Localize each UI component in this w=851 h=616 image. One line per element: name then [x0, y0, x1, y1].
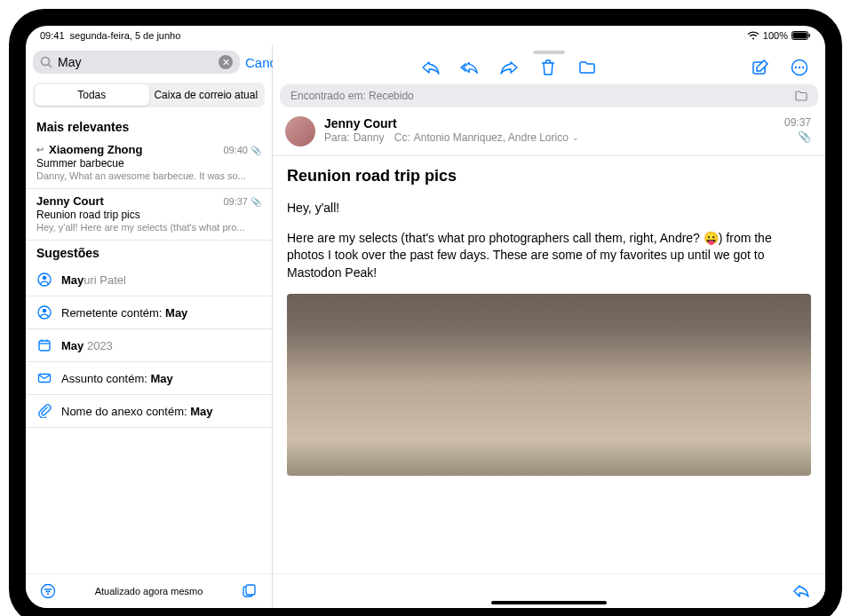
result-preview: Danny, What an awesome barbecue. It was …: [36, 170, 261, 181]
svg-point-23: [799, 67, 800, 68]
svg-rect-2: [809, 34, 811, 37]
battery-icon: [791, 31, 811, 40]
reply-button[interactable]: [421, 58, 441, 77]
suggestion-bold: May: [165, 306, 187, 320]
sender-avatar[interactable]: [285, 116, 315, 146]
trash-button[interactable]: [538, 58, 558, 77]
svg-point-3: [42, 58, 50, 66]
from-name[interactable]: Jenny Court: [324, 116, 775, 130]
result-preview: Hey, y'all! Here are my selects (that's …: [36, 222, 261, 233]
reply-indicator-icon: ↩: [36, 145, 44, 154]
more-button[interactable]: [790, 58, 809, 77]
result-sender: Xiaomeng Zhong: [49, 143, 142, 156]
cc-value[interactable]: Antonio Manriquez, Andre Lorico: [414, 131, 569, 144]
cc-label: Cc:: [394, 131, 410, 144]
found-in-bar: Encontrado em: Recebido: [280, 84, 818, 107]
to-label: Para:: [324, 131, 350, 144]
found-in-label: Encontrado em: Recebido: [290, 90, 414, 102]
message-subject: Reunion road trip pics: [287, 167, 811, 186]
filter-button[interactable]: [38, 581, 58, 601]
suggestion-text: Remetente contém:: [61, 306, 165, 320]
status-date: segunda-feira, 5 de junho: [70, 30, 181, 41]
person-icon: [36, 304, 52, 320]
forward-button[interactable]: [499, 58, 519, 77]
updated-label: Atualizado agora mesmo: [58, 586, 240, 596]
chevron-down-icon[interactable]: ⌄: [572, 133, 579, 142]
compose-sidebar-button[interactable]: [240, 581, 259, 601]
message-header: Jenny Court Para: Danny Cc: Antonio Manr…: [273, 107, 825, 156]
search-input[interactable]: [58, 55, 213, 69]
suggestion-bold: May: [61, 339, 84, 352]
suggestion-attachment-name[interactable]: Nome do anexo contém: May: [26, 395, 272, 428]
svg-rect-19: [246, 585, 255, 595]
message-pane: Encontrado em: Recebido Jenny Court Para…: [273, 45, 825, 608]
result-time: 09:37: [223, 196, 248, 207]
suggestion-sender[interactable]: Remetente contém: May: [26, 296, 272, 329]
scope-all[interactable]: Todas: [35, 84, 149, 106]
folder-icon: [795, 91, 807, 101]
result-sender: Jenny Court: [36, 194, 104, 208]
compose-button[interactable]: [751, 58, 770, 77]
result-subject: Summer barbecue: [36, 157, 261, 170]
battery-percent: 100%: [763, 30, 788, 41]
suggestion-dim: 2023: [84, 339, 113, 352]
attachment-icon: 📎: [784, 130, 811, 143]
suggestion-text: Nome do anexo contém:: [61, 405, 190, 418]
to-value[interactable]: Danny: [354, 131, 385, 144]
svg-point-6: [43, 276, 47, 280]
search-scope-segmented[interactable]: Todas Caixa de correio atual: [33, 83, 265, 107]
search-icon: [40, 56, 52, 68]
reply-footer-button[interactable]: [791, 581, 811, 601]
scope-current-mailbox[interactable]: Caixa de correio atual: [149, 84, 264, 106]
wifi-icon: [747, 31, 760, 40]
attachment-icon: 📎: [251, 197, 261, 207]
message-paragraph: Here are my selects (that's what pro pho…: [287, 230, 811, 282]
clear-search-button[interactable]: ✕: [219, 55, 233, 69]
drag-handle[interactable]: [533, 51, 565, 54]
message-paragraph: Hey, y'all!: [287, 200, 811, 217]
sidebar: ✕ Cancelar Todas Caixa de correio atual …: [26, 45, 273, 608]
home-indicator[interactable]: [491, 601, 607, 604]
suggestion-person[interactable]: Mayuri Patel: [26, 264, 272, 296]
reply-all-button[interactable]: [460, 58, 480, 77]
message-toolbar: [273, 56, 825, 84]
envelope-icon: [36, 370, 52, 386]
result-item[interactable]: Jenny Court 09:37 📎 Reunion road trip pi…: [26, 189, 272, 241]
result-time: 09:40: [223, 145, 248, 155]
svg-rect-9: [39, 341, 50, 351]
ipad-frame: 09:41 segunda-feira, 5 de junho 100% ✕: [9, 9, 842, 616]
svg-line-4: [49, 65, 52, 68]
move-folder-button[interactable]: [577, 58, 597, 77]
suggestion-bold: May: [190, 405, 212, 418]
person-icon: [36, 272, 52, 288]
section-top-hits: Mais relevantes: [26, 115, 272, 138]
suggestion-bold: May: [61, 273, 84, 287]
section-suggestions: Sugestões: [26, 241, 272, 264]
status-time: 09:41: [40, 30, 65, 41]
sidebar-footer: Atualizado agora mesmo: [26, 573, 272, 608]
result-item[interactable]: ↩Xiaomeng Zhong 09:40 📎 Summer barbecue …: [26, 138, 272, 189]
svg-point-8: [43, 309, 47, 313]
message-photo[interactable]: [287, 294, 811, 476]
suggestion-date[interactable]: May 2023: [26, 329, 272, 362]
svg-point-22: [795, 67, 797, 68]
search-field[interactable]: ✕: [33, 51, 240, 74]
calendar-icon: [36, 337, 52, 353]
svg-point-24: [802, 67, 804, 68]
suggestion-subject[interactable]: Assunto contém: May: [26, 362, 272, 395]
attachment-icon: 📎: [251, 146, 261, 155]
suggestion-bold: May: [150, 372, 172, 385]
message-body[interactable]: Reunion road trip pics Hey, y'all! Here …: [273, 156, 825, 573]
suggestion-dim: uri Patel: [84, 273, 126, 287]
svg-rect-1: [793, 33, 807, 39]
screen: 09:41 segunda-feira, 5 de junho 100% ✕: [26, 26, 825, 608]
result-subject: Reunion road trip pics: [36, 209, 261, 221]
paperclip-icon: [36, 403, 52, 419]
status-bar: 09:41 segunda-feira, 5 de junho 100%: [26, 26, 825, 45]
suggestion-text: Assunto contém:: [61, 372, 150, 385]
message-time: 09:37: [784, 116, 811, 129]
